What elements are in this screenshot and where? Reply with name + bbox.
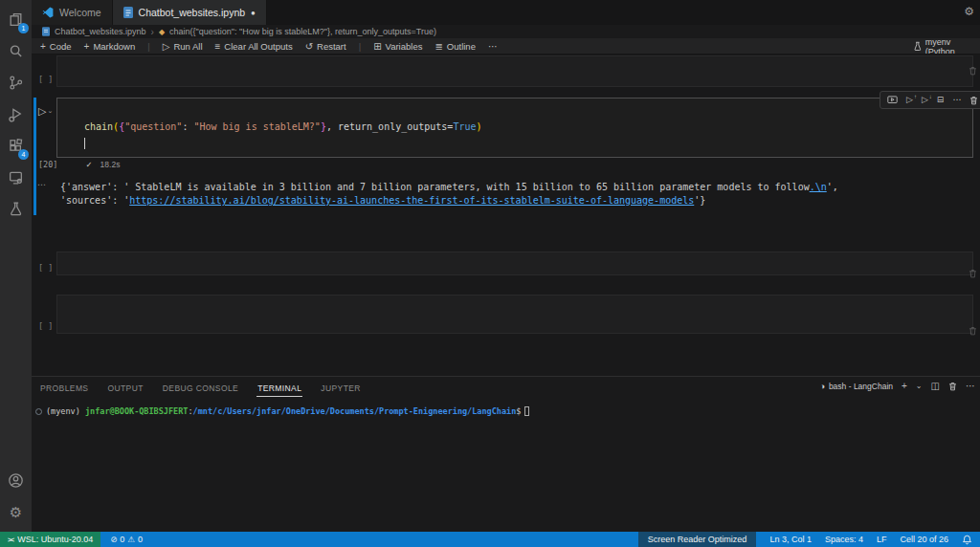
delete-cell-icon[interactable] [969, 66, 977, 76]
more-actions-icon[interactable]: ⋯ [952, 96, 961, 104]
tab-label: Chatbot_websites.ipynb [139, 7, 246, 18]
plus-icon: + [84, 41, 90, 52]
breadcrumb: Chatbot_websites.ipynb › ◆ chain({"quest… [32, 25, 980, 38]
add-code-button[interactable]: + Code [40, 41, 72, 52]
execution-status: [20] ✓ 18.2s [38, 160, 325, 169]
new-terminal-icon[interactable]: + [902, 381, 907, 391]
kernel-label: myenv (Python [925, 38, 980, 55]
kernel-flask-icon [914, 41, 922, 52]
plus-icon: + [40, 41, 46, 52]
panel-tab-terminal[interactable]: TERMINAL [256, 380, 302, 397]
kernel-picker[interactable]: myenv (Python [914, 38, 980, 55]
dirty-dot-icon[interactable]: ● [251, 9, 256, 17]
run-cell-button[interactable]: ▷ ⌄ [38, 105, 53, 118]
panel-tab-jupyter[interactable]: JUPYTER [320, 380, 362, 397]
restart-button[interactable]: ↺ Restart [305, 41, 346, 52]
notebook-file-icon [42, 27, 50, 36]
bottom-panel: PROBLEMS OUTPUT DEBUG CONSOLE TERMINAL J… [32, 376, 980, 532]
testing-icon[interactable] [0, 193, 32, 225]
kill-terminal-icon[interactable] [948, 382, 957, 391]
notebook-toolbar: + Code + Markdown | ▷ Run All ≡ Clear Al… [32, 38, 980, 55]
notifications-bell-icon[interactable] [962, 535, 972, 545]
sources-url-link[interactable]: https://stability.ai/blog/stability-ai-l… [129, 195, 694, 206]
breadcrumb-file[interactable]: Chatbot_websites.ipynb [55, 27, 146, 36]
add-markdown-button[interactable]: + Markdown [84, 41, 136, 52]
split-cell-icon[interactable]: ⊟ [937, 96, 945, 104]
activity-bar: 1 4 ⚙ [0, 0, 32, 532]
code-line: chain({"question": "How big is stableLM?… [84, 119, 972, 136]
notebook-editor: [ ] ▷ ⌄ chain({"question": "How big is s… [32, 55, 980, 376]
settings-gear-icon[interactable]: ⚙ [964, 5, 974, 18]
split-terminal-icon[interactable]: ◫ [931, 381, 940, 391]
eol-status[interactable]: LF [877, 535, 887, 544]
outline-button[interactable]: ≣ Outline [434, 41, 476, 52]
variables-label: Variables [386, 41, 423, 52]
error-icon: ⊘ [110, 535, 117, 544]
clear-outputs-icon: ≡ [215, 41, 221, 52]
outline-label: Outline [447, 41, 476, 52]
run-all-button[interactable]: ▷ Run All [163, 41, 203, 52]
run-debug-icon[interactable] [0, 98, 32, 130]
panel-tab-debug-console[interactable]: DEBUG CONSOLE [162, 380, 239, 397]
screen-reader-status[interactable]: Screen Reader Optimized [638, 532, 757, 547]
run-icon: ▷ [38, 105, 46, 118]
notebook-cell-empty[interactable] [56, 295, 973, 334]
cell-execution-placeholder: [ ] [38, 75, 53, 84]
tab-chatbot-websites[interactable]: Chatbot_websites.ipynb ● [113, 0, 267, 25]
explorer-icon[interactable]: 1 [0, 4, 32, 35]
cell-execution-placeholder: [ ] [38, 321, 53, 331]
extensions-icon[interactable]: 4 [0, 130, 32, 162]
editor-tab-strip: Welcome Chatbot_websites.ipynb ● [32, 0, 980, 25]
remote-indicator[interactable]: >< WSL: Ubuntu-20.04 [0, 532, 100, 547]
breadcrumb-separator: › [151, 27, 154, 37]
execute-cell-and-below-icon[interactable]: ▷↓ [922, 96, 928, 104]
notebook-cell-empty[interactable] [56, 55, 973, 87]
remote-explorer-icon[interactable] [0, 162, 32, 193]
add-markdown-label: Markdown [93, 41, 135, 52]
symbol-diamond-icon: ◆ [159, 28, 165, 36]
execute-variants-icon[interactable] [887, 96, 898, 104]
delete-cell-icon[interactable] [969, 96, 978, 105]
user-host: jnfar@BOOK-QBIBSJFERT [85, 406, 188, 416]
search-icon[interactable] [0, 35, 32, 67]
cell-position-status[interactable]: Cell 20 of 26 [900, 535, 948, 544]
panel-more-icon[interactable]: ⋯ [966, 381, 975, 391]
output-line-sources: 'sources': 'https://stability.ai/blog/st… [60, 195, 705, 206]
remote-label: WSL: Ubuntu-20.04 [17, 535, 93, 544]
delete-cell-icon[interactable] [969, 326, 977, 336]
more-actions-button[interactable]: ⋯ [488, 41, 498, 52]
newline-link[interactable]: .\n [810, 182, 827, 192]
vscode-logo-icon [42, 7, 54, 18]
tab-welcome[interactable]: Welcome [32, 0, 113, 25]
output-line-answer: {'answer': ' StableLM is available in 3 … [60, 182, 838, 192]
run-all-label: Run All [173, 41, 202, 52]
notebook-cell-empty[interactable] [56, 252, 973, 275]
cell-toolbar: ▷↑ ▷↓ ⊟ ⋯ [880, 91, 980, 109]
source-control-icon[interactable] [0, 67, 32, 98]
manage-gear-icon[interactable]: ⚙ [0, 496, 32, 528]
delete-cell-icon[interactable] [969, 269, 977, 278]
command-decoration-icon[interactable] [35, 408, 42, 415]
problems-status[interactable]: ⊘ 0 ⚠ 0 [110, 535, 143, 544]
cursor-position-status[interactable]: Ln 3, Col 1 [769, 535, 812, 544]
indentation-status[interactable]: Spaces: 4 [825, 535, 863, 544]
execute-above-cells-icon[interactable]: ▷↑ [906, 96, 913, 104]
panel-actions: ◑ bash - LangChain + ⌄ ◫ ⋯ [819, 381, 975, 391]
variables-button[interactable]: ⊞ Variables [373, 41, 422, 52]
success-check-icon: ✓ [85, 160, 92, 169]
launch-profile-chevron-icon[interactable]: ⌄ [916, 382, 923, 390]
working-directory: /mnt/c/Users/jnfar/OneDrive/Documents/Pr… [193, 406, 517, 416]
code-line-cursor [84, 136, 972, 153]
breadcrumb-symbol[interactable]: chain({"question": "How big is stableLM?… [169, 27, 436, 36]
variables-icon: ⊞ [373, 41, 381, 52]
panel-tab-problems[interactable]: PROBLEMS [39, 380, 89, 397]
code-cell-editor[interactable]: chain({"question": "How big is stableLM?… [56, 98, 973, 158]
panel-tab-output[interactable]: OUTPUT [106, 380, 144, 397]
clear-outputs-label: Clear All Outputs [224, 41, 292, 52]
output-collapse-icon[interactable]: ⋯ [37, 180, 47, 189]
cell-output: ⋯ {'answer': ' StableLM is available in … [32, 177, 980, 221]
clear-all-outputs-button[interactable]: ≡ Clear All Outputs [215, 41, 293, 52]
terminal-session[interactable]: ◑ bash - LangChain [819, 382, 893, 391]
terminal-prompt-line[interactable]: (myenv) jnfar@BOOK-QBIBSJFERT : /mnt/c/U… [35, 406, 529, 416]
account-icon[interactable] [0, 465, 32, 496]
